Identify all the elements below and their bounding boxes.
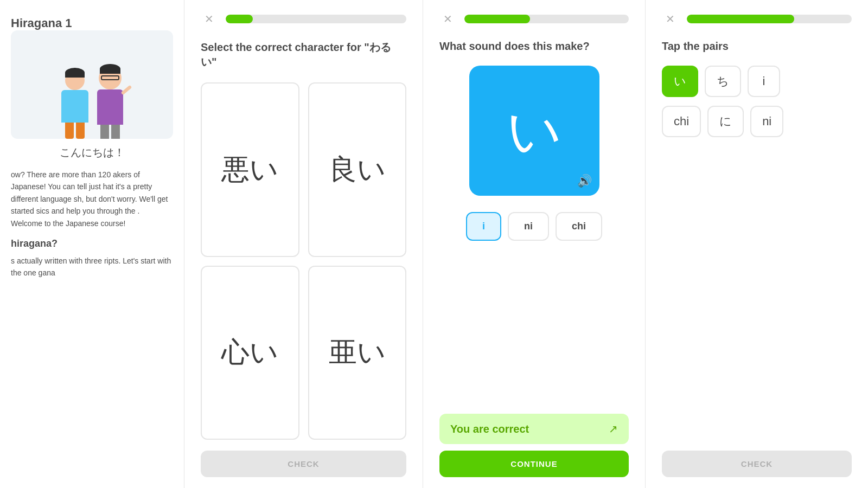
person-2-legs <box>100 125 120 139</box>
pairs-top-row: い ち i <box>662 66 852 97</box>
hair <box>65 68 85 78</box>
sound-panel: ✕ What sound does this make? い 🔊 i ni ch… <box>423 0 646 488</box>
sound-close-button[interactable]: ✕ <box>439 11 456 27</box>
select-header: ✕ <box>201 11 406 27</box>
info-panel: Hiragana 1 <box>0 0 184 488</box>
select-panel: ✕ Select the correct character for "わるい"… <box>184 0 423 488</box>
select-progress-bar <box>226 15 406 23</box>
glasses <box>101 75 119 80</box>
person-1-leg-left <box>65 123 74 139</box>
person-1-leg-right <box>76 123 85 139</box>
pair-button-い[interactable]: い <box>662 66 698 97</box>
select-close-button[interactable]: ✕ <box>201 11 217 27</box>
pairs-close-button[interactable]: ✕ <box>662 11 678 27</box>
correct-feedback-wrap: You are correct ↗ CONTINUE <box>439 414 629 477</box>
select-check-button[interactable]: CHECK <box>201 451 406 477</box>
feedback-share-icon[interactable]: ↗ <box>609 422 618 435</box>
sound-header: ✕ <box>439 11 629 27</box>
sound-character-card[interactable]: い 🔊 <box>469 66 599 196</box>
pairs-progress-bar <box>687 15 852 23</box>
pairs-bottom-row: chi に ni <box>662 106 852 137</box>
characters-illustration <box>11 30 173 139</box>
person-2-leg-left <box>100 125 109 139</box>
pairs-progress-fill <box>687 15 794 23</box>
select-progress-fill <box>226 15 253 23</box>
hiragana-heading: hiragana? <box>11 238 173 249</box>
greeting-text: こんにちは！ <box>11 145 173 160</box>
correct-feedback-text: You are correct <box>450 423 529 435</box>
info-body-text: ow? There are more than 120 akers of Jap… <box>11 169 173 229</box>
choice-card-3[interactable]: 心い <box>201 266 299 440</box>
person-2-body <box>97 89 123 125</box>
correct-feedback-box: You are correct ↗ <box>439 414 629 444</box>
pair-button-に[interactable]: に <box>707 106 744 137</box>
person-2-head <box>99 67 122 89</box>
pairs-panel: ✕ Tap the pairs い ち i chi に ni CHECK <box>646 0 868 488</box>
pairs-check-wrap: CHECK <box>662 440 852 477</box>
person-1 <box>61 70 88 139</box>
answer-choice-ni[interactable]: ni <box>508 212 549 241</box>
pairs-question: Tap the pairs <box>662 40 852 53</box>
answer-choices-group: i ni chi <box>439 212 629 241</box>
choice-card-4[interactable]: 亜い <box>308 266 407 440</box>
pair-button-i-latin[interactable]: i <box>748 66 780 97</box>
choice-card-2[interactable]: 良い <box>308 82 407 257</box>
select-question: Select the correct character for "わるい" <box>201 40 406 69</box>
choice-card-1[interactable]: 悪い <box>201 82 299 257</box>
person-1-head <box>65 70 85 90</box>
sound-question: What sound does this make? <box>439 40 629 53</box>
pairs-check-button[interactable]: CHECK <box>662 451 852 477</box>
answer-choice-i[interactable]: i <box>466 212 501 241</box>
info-title: Hiragana 1 <box>11 16 173 30</box>
pair-button-ni[interactable]: ni <box>750 106 783 137</box>
pair-button-ち[interactable]: ち <box>705 66 741 97</box>
pairs-header: ✕ <box>662 11 852 27</box>
choice-grid: 悪い 良い 心い 亜い <box>201 82 406 440</box>
person-1-body <box>61 90 88 123</box>
sound-character-display: い <box>507 104 562 158</box>
continue-button[interactable]: CONTINUE <box>439 451 629 477</box>
answer-choice-chi[interactable]: chi <box>556 212 602 241</box>
sound-speaker-icon[interactable]: 🔊 <box>577 174 592 188</box>
person-2 <box>97 67 123 139</box>
pair-button-chi[interactable]: chi <box>662 106 701 137</box>
person-2-leg-right <box>111 125 120 139</box>
person-1-legs <box>65 123 85 139</box>
sound-progress-bar <box>464 15 629 23</box>
hair-2 <box>100 64 120 74</box>
hiragana-body: s actually written with three ripts. Let… <box>11 255 173 279</box>
sound-progress-fill <box>464 15 530 23</box>
